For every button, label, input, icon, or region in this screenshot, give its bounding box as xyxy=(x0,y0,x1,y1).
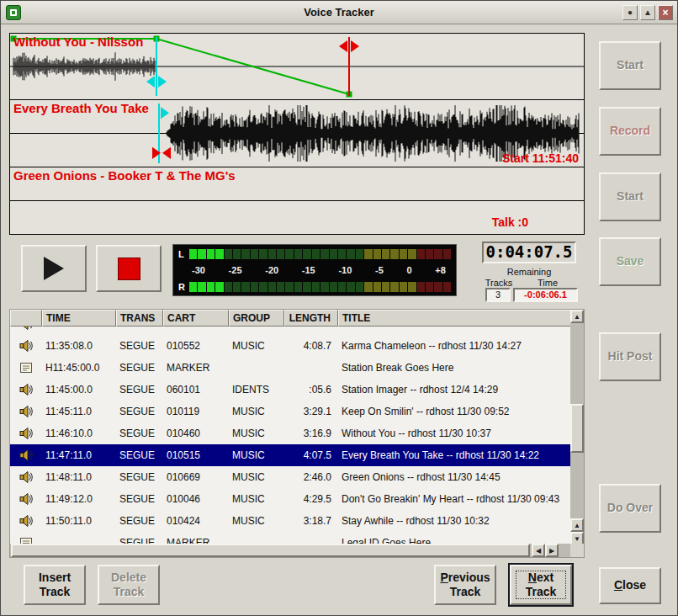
row-cart: 010424 xyxy=(163,515,229,527)
previous-track-button[interactable]: Previous Track xyxy=(434,565,496,605)
meter-right-label: R xyxy=(178,282,189,292)
app-icon xyxy=(6,5,21,20)
scroll-up-icon[interactable]: ▲ xyxy=(570,518,584,532)
row-trans: SEGUE xyxy=(116,384,163,396)
do-over-button[interactable]: Do Over xyxy=(599,484,661,533)
scale-tick: -5 xyxy=(375,265,384,275)
log-header: TIME TRANS CART GROUP LENGTH TITLE xyxy=(10,310,572,327)
log-row[interactable]: H11:45:00.0 SEGUE MARKER Station Break G… xyxy=(10,357,572,379)
log-row[interactable]: 11:49:12.0 SEGUE 010046 MUSIC 4:29.5 Don… xyxy=(10,488,572,510)
titlebar[interactable]: Voice Tracker ● ▲ × xyxy=(1,1,677,24)
close-button[interactable]: Close xyxy=(599,567,661,604)
row-group: MUSIC xyxy=(229,340,284,352)
track-editor: Without You - Nilsson Every Breath You T… xyxy=(9,33,585,235)
scroll-left-icon[interactable]: ◀ xyxy=(532,544,545,557)
row-cart: 060101 xyxy=(163,384,229,396)
speaker-icon xyxy=(19,327,33,331)
marker-icon xyxy=(19,361,33,374)
record-button[interactable]: Record xyxy=(599,107,661,156)
log-body: 11:35:08.0 SEGUE 010552 MUSIC 4:08.7 Kar… xyxy=(10,327,572,545)
log-header-group[interactable]: GROUP xyxy=(229,310,284,327)
save-button[interactable]: Save xyxy=(599,237,661,286)
elapsed-time-display: 0:04:07.5 xyxy=(482,242,576,263)
speaker-icon xyxy=(19,449,33,462)
row-group: MUSIC xyxy=(229,427,284,439)
speaker-icon xyxy=(19,427,33,440)
speaker-icon xyxy=(10,339,42,353)
row-length: 4:29.5 xyxy=(284,493,338,505)
row-cart: MARKER xyxy=(163,362,229,374)
row-length: 3:18.7 xyxy=(284,515,338,527)
row-time: 11:45:11.0 xyxy=(42,406,116,417)
window-controls: ● ▲ × xyxy=(622,5,673,20)
track-pane-1[interactable]: Without You - Nilsson xyxy=(9,33,585,100)
remaining-label: Remaining xyxy=(482,267,576,277)
row-length: 3:29.1 xyxy=(284,406,338,417)
window-title: Voice Tracker xyxy=(1,6,677,19)
row-trans: SEGUE xyxy=(116,493,163,505)
next-track-button[interactable]: Next Track xyxy=(510,565,572,605)
stop-button[interactable] xyxy=(96,245,162,292)
track1-title: Without You - Nilsson xyxy=(13,35,143,49)
speaker-icon xyxy=(10,405,42,418)
vertical-scrollbar-thumb[interactable] xyxy=(570,404,584,453)
track-pane-2[interactable]: Every Breath You Take Start 11:51:40 xyxy=(9,100,585,167)
row-cart: 010460 xyxy=(163,427,229,439)
horizontal-scrollbar[interactable]: ◀ ▶ xyxy=(10,544,572,557)
insert-track-button[interactable]: Insert Track xyxy=(24,565,86,605)
row-title: Every Breath You Take -- rdhost 11/30 14… xyxy=(338,449,572,461)
speaker-icon xyxy=(10,449,42,462)
log-header-trans[interactable]: TRANS xyxy=(116,310,163,327)
speaker-icon xyxy=(19,405,33,418)
row-time: 11:45:00.0 xyxy=(42,384,116,396)
row-title: Without You -- rdhost 11/30 10:37 xyxy=(338,427,572,439)
log-header-cart[interactable]: CART xyxy=(163,310,229,327)
remaining-tracks-value: 3 xyxy=(485,288,511,302)
scroll-right-icon[interactable]: ▶ xyxy=(545,544,559,557)
log-row[interactable]: 11:45:00.0 SEGUE 060101 IDENTS :05.6 Sta… xyxy=(10,379,572,401)
log-header-length[interactable]: LENGTH xyxy=(284,310,338,327)
log-row[interactable] xyxy=(10,327,572,335)
stop-icon xyxy=(118,258,140,280)
row-title: Station Break Goes Here xyxy=(338,362,572,374)
start-button-1[interactable]: Start xyxy=(599,41,661,90)
start-button-2[interactable]: Start xyxy=(599,173,661,221)
hit-post-button[interactable]: Hit Post xyxy=(599,332,661,381)
log-row[interactable]: 11:47:11.0 SEGUE 010515 MUSIC 4:07.5 Eve… xyxy=(10,444,572,466)
row-time: 11:49:12.0 xyxy=(42,493,116,505)
row-time: H11:45:00.0 xyxy=(42,362,116,374)
log-header-time[interactable]: TIME xyxy=(42,310,116,327)
meter-left-label: L xyxy=(178,249,189,259)
talk-counter: Talk :0 xyxy=(492,215,528,229)
delete-track-button[interactable]: Delete Track xyxy=(98,565,160,605)
speaker-icon xyxy=(19,339,33,353)
pin-icon[interactable]: ● xyxy=(622,5,638,20)
track-pane-3[interactable]: Green Onions - Booker T & The MG's Talk … xyxy=(9,167,585,235)
row-length: 3:16.9 xyxy=(284,427,338,439)
row-length: :05.6 xyxy=(284,384,338,396)
log-header-title[interactable]: TITLE xyxy=(338,310,572,327)
row-cart: 010669 xyxy=(163,471,229,483)
horizontal-scrollbar-thumb[interactable] xyxy=(11,544,530,557)
row-group: MUSIC xyxy=(229,471,284,483)
log-row[interactable]: 11:50:11.0 SEGUE 010424 MUSIC 3:18.7 Sta… xyxy=(10,510,572,532)
log-row[interactable]: 11:48:11.0 SEGUE 010669 MUSIC 2:46.0 Gre… xyxy=(10,466,572,488)
row-group: IDENTS xyxy=(229,384,284,396)
play-button[interactable] xyxy=(21,245,87,292)
log-row[interactable]: 11:45:11.0 SEGUE 010119 MUSIC 3:29.1 Kee… xyxy=(10,401,572,422)
maximize-icon[interactable]: ▲ xyxy=(640,5,655,20)
log-row[interactable]: 11:35:08.0 SEGUE 010552 MUSIC 4:08.7 Kar… xyxy=(10,335,572,357)
speaker-icon xyxy=(10,327,42,331)
close-icon[interactable]: × xyxy=(658,5,673,20)
scrollbar-corner xyxy=(570,544,584,557)
row-title: Stay Awhile -- rdhost 11/30 10:32 xyxy=(338,515,572,527)
log-row[interactable]: 11:46:10.0 SEGUE 010460 MUSIC 3:16.9 Wit… xyxy=(10,422,572,444)
log-header-icon-cell[interactable] xyxy=(10,310,42,327)
row-cart: 010515 xyxy=(163,449,229,461)
scale-tick: -10 xyxy=(338,265,352,275)
marker-icon xyxy=(10,361,42,374)
scroll-up-icon[interactable]: ▲ xyxy=(570,310,584,323)
row-trans: SEGUE xyxy=(116,362,163,374)
vertical-scrollbar[interactable]: ▲ ▲ ▼ xyxy=(570,310,584,545)
meter-left-segments xyxy=(189,249,451,259)
